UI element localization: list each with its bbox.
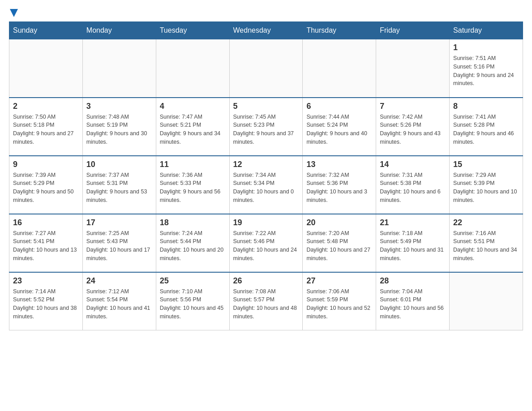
weekday-header-wednesday: Wednesday xyxy=(229,22,303,39)
calendar-cell: 15Sunrise: 7:29 AMSunset: 5:39 PMDayligh… xyxy=(450,156,523,214)
page-header xyxy=(9,9,523,17)
day-info: Sunrise: 7:41 AMSunset: 5:28 PMDaylight:… xyxy=(453,113,519,146)
weekday-header-tuesday: Tuesday xyxy=(156,22,229,39)
calendar-cell: 19Sunrise: 7:22 AMSunset: 5:46 PMDayligh… xyxy=(229,214,303,272)
day-number: 25 xyxy=(160,276,226,286)
day-number: 24 xyxy=(86,276,152,286)
calendar-cell: 4Sunrise: 7:47 AMSunset: 5:21 PMDaylight… xyxy=(156,98,229,156)
day-number: 8 xyxy=(453,102,519,111)
day-number: 23 xyxy=(13,276,79,286)
calendar-week-row: 2Sunrise: 7:50 AMSunset: 5:18 PMDaylight… xyxy=(9,98,523,156)
day-number: 15 xyxy=(453,160,519,169)
calendar-cell: 2Sunrise: 7:50 AMSunset: 5:18 PMDaylight… xyxy=(9,98,83,156)
weekday-header-thursday: Thursday xyxy=(303,22,376,39)
day-info: Sunrise: 7:47 AMSunset: 5:21 PMDaylight:… xyxy=(160,113,226,146)
calendar-cell: 22Sunrise: 7:16 AMSunset: 5:51 PMDayligh… xyxy=(450,214,523,272)
calendar-cell: 14Sunrise: 7:31 AMSunset: 5:38 PMDayligh… xyxy=(376,156,450,214)
day-info: Sunrise: 7:34 AMSunset: 5:34 PMDaylight:… xyxy=(233,171,299,205)
day-info: Sunrise: 7:18 AMSunset: 5:49 PMDaylight:… xyxy=(380,229,446,263)
day-number: 19 xyxy=(233,218,299,227)
day-number: 26 xyxy=(233,276,299,286)
day-number: 28 xyxy=(380,276,446,286)
calendar-cell: 21Sunrise: 7:18 AMSunset: 5:49 PMDayligh… xyxy=(376,214,450,272)
calendar-cell: 7Sunrise: 7:42 AMSunset: 5:26 PMDaylight… xyxy=(376,98,450,156)
calendar-cell: 16Sunrise: 7:27 AMSunset: 5:41 PMDayligh… xyxy=(9,214,83,272)
calendar-week-row: 9Sunrise: 7:39 AMSunset: 5:29 PMDaylight… xyxy=(9,156,523,214)
calendar-cell: 8Sunrise: 7:41 AMSunset: 5:28 PMDaylight… xyxy=(450,98,523,156)
svg-marker-0 xyxy=(10,9,18,17)
day-number: 11 xyxy=(160,160,226,169)
day-number: 12 xyxy=(233,160,299,169)
day-number: 27 xyxy=(306,276,372,286)
day-info: Sunrise: 7:22 AMSunset: 5:46 PMDaylight:… xyxy=(233,229,299,263)
calendar-cell: 5Sunrise: 7:45 AMSunset: 5:23 PMDaylight… xyxy=(229,98,303,156)
day-info: Sunrise: 7:39 AMSunset: 5:29 PMDaylight:… xyxy=(13,171,79,205)
day-info: Sunrise: 7:31 AMSunset: 5:38 PMDaylight:… xyxy=(380,171,446,205)
day-info: Sunrise: 7:50 AMSunset: 5:18 PMDaylight:… xyxy=(13,113,79,146)
day-info: Sunrise: 7:51 AMSunset: 5:16 PMDaylight:… xyxy=(453,54,519,88)
day-number: 10 xyxy=(86,160,152,169)
day-number: 16 xyxy=(13,218,79,227)
calendar-cell xyxy=(303,39,376,98)
day-number: 9 xyxy=(13,160,79,169)
day-info: Sunrise: 7:10 AMSunset: 5:56 PMDaylight:… xyxy=(160,287,226,321)
day-info: Sunrise: 7:12 AMSunset: 5:54 PMDaylight:… xyxy=(86,287,152,321)
day-info: Sunrise: 7:32 AMSunset: 5:36 PMDaylight:… xyxy=(306,171,372,205)
day-number: 1 xyxy=(453,43,519,52)
day-info: Sunrise: 7:20 AMSunset: 5:48 PMDaylight:… xyxy=(306,229,372,263)
day-number: 3 xyxy=(86,102,152,111)
calendar-cell: 23Sunrise: 7:14 AMSunset: 5:52 PMDayligh… xyxy=(9,272,83,330)
day-info: Sunrise: 7:29 AMSunset: 5:39 PMDaylight:… xyxy=(453,171,519,205)
day-number: 18 xyxy=(160,218,226,227)
day-number: 21 xyxy=(380,218,446,227)
calendar-cell: 20Sunrise: 7:20 AMSunset: 5:48 PMDayligh… xyxy=(303,214,376,272)
day-info: Sunrise: 7:14 AMSunset: 5:52 PMDaylight:… xyxy=(13,287,79,321)
calendar-cell: 9Sunrise: 7:39 AMSunset: 5:29 PMDaylight… xyxy=(9,156,83,214)
day-number: 17 xyxy=(86,218,152,227)
calendar-table: SundayMondayTuesdayWednesdayThursdayFrid… xyxy=(9,21,523,330)
day-info: Sunrise: 7:04 AMSunset: 6:01 PMDaylight:… xyxy=(380,287,446,321)
calendar-cell: 1Sunrise: 7:51 AMSunset: 5:16 PMDaylight… xyxy=(450,39,523,98)
day-info: Sunrise: 7:48 AMSunset: 5:19 PMDaylight:… xyxy=(86,113,152,146)
day-info: Sunrise: 7:37 AMSunset: 5:31 PMDaylight:… xyxy=(86,171,152,205)
calendar-week-row: 1Sunrise: 7:51 AMSunset: 5:16 PMDaylight… xyxy=(9,39,523,98)
day-info: Sunrise: 7:36 AMSunset: 5:33 PMDaylight:… xyxy=(160,171,226,205)
day-info: Sunrise: 7:27 AMSunset: 5:41 PMDaylight:… xyxy=(13,229,79,263)
day-number: 6 xyxy=(306,102,372,111)
calendar-cell: 24Sunrise: 7:12 AMSunset: 5:54 PMDayligh… xyxy=(82,272,156,330)
logo-triangle-icon xyxy=(10,9,18,17)
calendar-cell xyxy=(229,39,303,98)
day-number: 22 xyxy=(453,218,519,227)
day-number: 4 xyxy=(160,102,226,111)
day-info: Sunrise: 7:06 AMSunset: 5:59 PMDaylight:… xyxy=(306,287,372,321)
calendar-week-row: 23Sunrise: 7:14 AMSunset: 5:52 PMDayligh… xyxy=(9,272,523,330)
day-info: Sunrise: 7:45 AMSunset: 5:23 PMDaylight:… xyxy=(233,113,299,146)
calendar-cell xyxy=(156,39,229,98)
calendar-cell: 17Sunrise: 7:25 AMSunset: 5:43 PMDayligh… xyxy=(82,214,156,272)
calendar-cell: 27Sunrise: 7:06 AMSunset: 5:59 PMDayligh… xyxy=(303,272,376,330)
logo xyxy=(9,9,18,17)
calendar-cell xyxy=(450,272,523,330)
calendar-cell: 28Sunrise: 7:04 AMSunset: 6:01 PMDayligh… xyxy=(376,272,450,330)
day-number: 2 xyxy=(13,102,79,111)
day-info: Sunrise: 7:16 AMSunset: 5:51 PMDaylight:… xyxy=(453,229,519,263)
day-info: Sunrise: 7:42 AMSunset: 5:26 PMDaylight:… xyxy=(380,113,446,146)
day-info: Sunrise: 7:44 AMSunset: 5:24 PMDaylight:… xyxy=(306,113,372,146)
weekday-header-sunday: Sunday xyxy=(9,22,83,39)
day-info: Sunrise: 7:25 AMSunset: 5:43 PMDaylight:… xyxy=(86,229,152,263)
calendar-cell: 10Sunrise: 7:37 AMSunset: 5:31 PMDayligh… xyxy=(82,156,156,214)
day-number: 5 xyxy=(233,102,299,111)
calendar-cell: 3Sunrise: 7:48 AMSunset: 5:19 PMDaylight… xyxy=(82,98,156,156)
calendar-cell xyxy=(9,39,83,98)
calendar-cell: 25Sunrise: 7:10 AMSunset: 5:56 PMDayligh… xyxy=(156,272,229,330)
weekday-header-saturday: Saturday xyxy=(450,22,523,39)
weekday-header-friday: Friday xyxy=(376,22,450,39)
calendar-cell xyxy=(376,39,450,98)
weekday-header-monday: Monday xyxy=(82,22,156,39)
day-number: 20 xyxy=(306,218,372,227)
day-number: 13 xyxy=(306,160,372,169)
calendar-cell: 6Sunrise: 7:44 AMSunset: 5:24 PMDaylight… xyxy=(303,98,376,156)
day-number: 7 xyxy=(380,102,446,111)
day-info: Sunrise: 7:24 AMSunset: 5:44 PMDaylight:… xyxy=(160,229,226,263)
calendar-cell: 26Sunrise: 7:08 AMSunset: 5:57 PMDayligh… xyxy=(229,272,303,330)
